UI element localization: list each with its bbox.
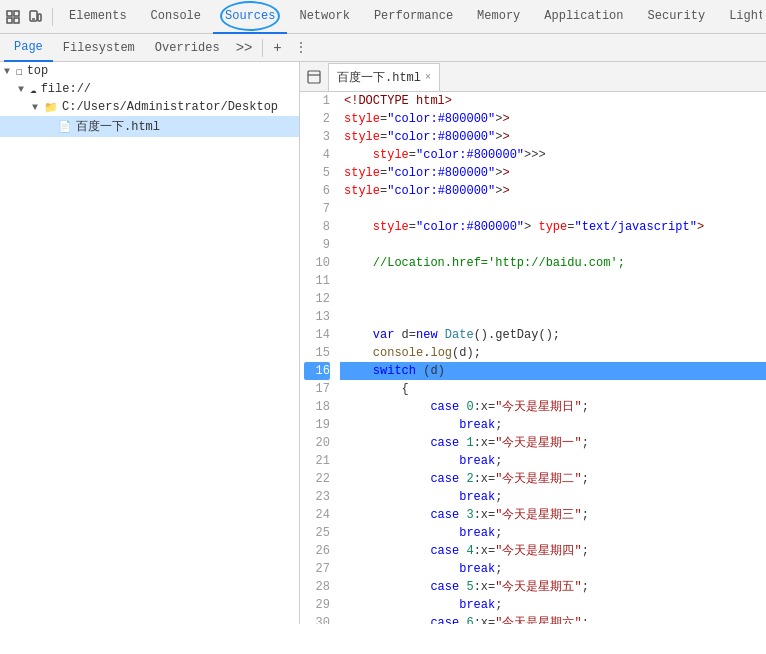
- code-line-27: break;: [340, 560, 766, 578]
- tab-performance[interactable]: Performance: [362, 0, 465, 34]
- code-line-19: break;: [340, 416, 766, 434]
- tab-network[interactable]: Network: [287, 0, 361, 34]
- line-number-19: 19: [304, 416, 330, 434]
- line-number-27: 27: [304, 560, 330, 578]
- tab-security[interactable]: Security: [636, 0, 718, 34]
- svg-rect-0: [7, 11, 12, 16]
- line-number-1: 1: [304, 92, 330, 110]
- line-number-8: 8: [304, 218, 330, 236]
- tree-item-html[interactable]: 📄 百度一下.html: [0, 116, 299, 137]
- svg-rect-7: [308, 71, 320, 83]
- tree-label-top: top: [27, 64, 49, 78]
- tab-sources[interactable]: Sources: [213, 0, 287, 34]
- line-number-2: 2: [304, 110, 330, 128]
- code-line-11: [340, 272, 766, 290]
- line-number-13: 13: [304, 308, 330, 326]
- tree-arrow-desktop: ▼: [32, 102, 44, 113]
- file-tree-panel: ▼ ☐ top ▼ ☁ file:// ▼ 📁 C:/Users/Adminis…: [0, 62, 300, 624]
- code-file-tab-name: 百度一下.html: [337, 69, 421, 86]
- tab-lighthouse[interactable]: Lighthouse: [717, 0, 762, 34]
- line-number-7: 7: [304, 200, 330, 218]
- line-number-3: 3: [304, 128, 330, 146]
- tab-memory[interactable]: Memory: [465, 0, 532, 34]
- code-line-30: case 6:x="今天是星期六";: [340, 614, 766, 624]
- tab-elements[interactable]: Elements: [57, 0, 139, 34]
- code-line-12: [340, 290, 766, 308]
- svg-rect-3: [14, 18, 19, 23]
- folder-icon: 📁: [44, 101, 58, 114]
- code-line-7: [340, 200, 766, 218]
- code-line-22: case 2:x="今天是星期二";: [340, 470, 766, 488]
- tree-item-file[interactable]: ▼ ☁ file://: [0, 80, 299, 98]
- line-number-10: 10: [304, 254, 330, 272]
- tree-arrow-file: ▼: [18, 84, 30, 95]
- tree-label-html: 百度一下.html: [76, 118, 160, 135]
- tree-arrow-top: ▼: [4, 66, 16, 77]
- code-tab-bar: 百度一下.html ×: [300, 62, 766, 92]
- main-content: ▼ ☐ top ▼ ☁ file:// ▼ 📁 C:/Users/Adminis…: [0, 62, 766, 624]
- separator: [262, 39, 263, 57]
- code-line-21: break;: [340, 452, 766, 470]
- line-number-24: 24: [304, 506, 330, 524]
- code-lines: <!DOCTYPE html>style="color:#800000">>st…: [336, 92, 766, 624]
- code-editor[interactable]: 1234567891011121314151617181920212223242…: [300, 92, 766, 624]
- tree-item-top[interactable]: ▼ ☐ top: [0, 62, 299, 80]
- code-panel: 百度一下.html × 1234567891011121314151617181…: [300, 62, 766, 624]
- code-line-1: <!DOCTYPE html>: [340, 92, 766, 110]
- code-line-29: break;: [340, 596, 766, 614]
- more-tabs-button[interactable]: >>: [230, 40, 259, 56]
- cloud-icon: ☁: [30, 83, 37, 96]
- code-line-23: break;: [340, 488, 766, 506]
- line-number-30: 30: [304, 614, 330, 624]
- secondary-tab-overrides[interactable]: Overrides: [145, 34, 230, 62]
- add-workspace-button[interactable]: +: [267, 38, 287, 58]
- line-number-11: 11: [304, 272, 330, 290]
- svg-rect-2: [7, 18, 12, 23]
- line-number-20: 20: [304, 434, 330, 452]
- line-number-17: 17: [304, 380, 330, 398]
- code-line-2: style="color:#800000">>: [340, 110, 766, 128]
- code-line-25: break;: [340, 524, 766, 542]
- sync-icon[interactable]: ⋮: [291, 38, 311, 58]
- code-line-3: style="color:#800000">>: [340, 128, 766, 146]
- line-number-16: 16: [304, 362, 330, 380]
- line-number-25: 25: [304, 524, 330, 542]
- line-number-5: 5: [304, 164, 330, 182]
- secondary-tab-page[interactable]: Page: [4, 34, 53, 62]
- code-line-15: console.log(d);: [340, 344, 766, 362]
- line-number-28: 28: [304, 578, 330, 596]
- code-line-13: [340, 308, 766, 326]
- code-line-6: style="color:#800000">>: [340, 182, 766, 200]
- line-number-12: 12: [304, 290, 330, 308]
- code-line-18: case 0:x="今天是星期日";: [340, 398, 766, 416]
- tab-console[interactable]: Console: [139, 0, 213, 34]
- device-icon[interactable]: [26, 8, 44, 26]
- tree-label-desktop: C:/Users/Administrator/Desktop: [62, 100, 278, 114]
- tab-application[interactable]: Application: [532, 0, 635, 34]
- line-number-6: 6: [304, 182, 330, 200]
- line-numbers: 1234567891011121314151617181920212223242…: [300, 92, 336, 624]
- code-line-17: {: [340, 380, 766, 398]
- code-file-tab[interactable]: 百度一下.html ×: [328, 63, 440, 91]
- svg-rect-1: [14, 11, 19, 16]
- code-line-10: //Location.href='http://baidu.com';: [340, 254, 766, 272]
- expand-icon[interactable]: [304, 67, 324, 87]
- file-icon: 📄: [58, 120, 72, 133]
- code-line-9: [340, 236, 766, 254]
- secondary-tab-filesystem[interactable]: Filesystem: [53, 34, 145, 62]
- line-number-29: 29: [304, 596, 330, 614]
- code-line-8: style="color:#800000"> type="text/javasc…: [340, 218, 766, 236]
- secondary-toolbar: Page Filesystem Overrides >> + ⋮: [0, 34, 766, 62]
- cursor-icon[interactable]: [4, 8, 22, 26]
- code-file-tab-close[interactable]: ×: [425, 72, 431, 83]
- line-number-15: 15: [304, 344, 330, 362]
- svg-rect-5: [38, 14, 41, 21]
- code-line-16: switch (d): [340, 362, 766, 380]
- line-number-18: 18: [304, 398, 330, 416]
- tree-item-desktop[interactable]: ▼ 📁 C:/Users/Administrator/Desktop: [0, 98, 299, 116]
- window-icon: ☐: [16, 65, 23, 78]
- line-number-22: 22: [304, 470, 330, 488]
- code-line-28: case 5:x="今天是星期五";: [340, 578, 766, 596]
- line-number-21: 21: [304, 452, 330, 470]
- toolbar-icons: [4, 8, 53, 26]
